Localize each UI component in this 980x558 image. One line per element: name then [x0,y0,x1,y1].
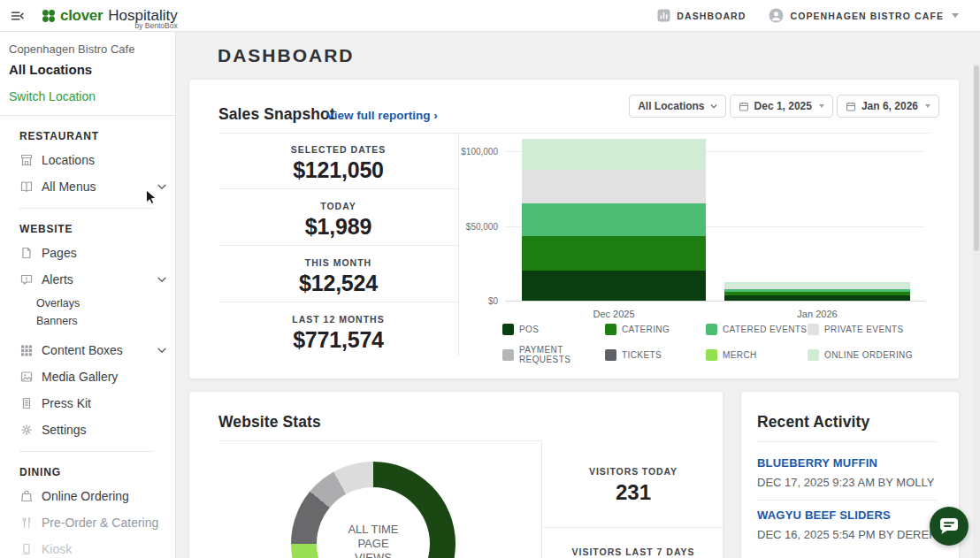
x-axis-label: Jan 2026 [724,309,910,319]
avatar-icon [769,8,784,23]
chevron-right-icon: › [433,109,438,122]
collapse-sidebar-button[interactable] [0,0,34,32]
divider [218,440,541,441]
legend-label: TICKETS [622,350,662,360]
chevron-down-icon[interactable] [157,348,166,354]
nav-dashboard-label: DASHBOARD [677,11,746,21]
stat-label: TODAY [218,201,458,211]
utensils-icon [19,516,34,530]
sidebar-item-online-ordering[interactable]: Online Ordering [0,483,175,509]
activity-item-link[interactable]: BLUEBERRY MUFFIN [757,456,937,470]
end-date-picker[interactable]: Jan 6, 2026 [837,95,939,118]
gear-icon [19,423,34,437]
sidebar-item-settings[interactable]: Settings [0,417,175,443]
legend-label: CATERING [622,325,670,334]
bar-segment-private-events [522,170,706,203]
view-full-reporting-link[interactable]: View full reporting › [326,109,438,122]
sidebar-scope-label: All Locations [9,62,166,77]
sidebar-item-locations[interactable]: Locations [0,147,175,173]
donut-hole: ALL TIME PAGE VIEWS [317,487,430,558]
stacked-bar-dec-2025 [522,139,706,301]
activity-item-meta: DEC 17, 2025 9:23 AM BY MOLLY [757,476,937,489]
scrollbar-track[interactable] [973,64,980,558]
legend-label: POS [519,325,539,334]
account-name: COPENHAGEN BISTRO CAFE [790,11,944,21]
y-axis-tick-label: $50,000 [448,222,498,232]
sidebar-subitem-overlays[interactable]: Overlays [0,294,175,312]
calendar-icon [846,101,856,112]
sidebar-item-label: Alerts [42,272,73,287]
stat-label: THIS MONTH [218,257,458,268]
sidebar-subitem-banners[interactable]: Banners [0,312,175,330]
sales-snapshot-title: Sales Snapshot [218,105,335,124]
legend-swatch [808,349,819,361]
website-stats-card: Website Stats ALL TIME PAGE VIEWS VISITO… [188,391,724,558]
stat-today: TODAY $1,989 [218,189,458,246]
legend-item-payment-requests: PAYMENT REQUESTS [502,345,605,364]
top-header: clover Hospitality by BentoBox DASHBOARD… [0,0,980,32]
sidebar-item-alerts[interactable]: Alerts [0,266,175,293]
sidebar-item-label: Media Gallery [42,370,118,384]
legend-label: MERCH [723,350,757,360]
sidebar-item-press-kit[interactable]: Press Kit [0,390,175,417]
recent-activity-list: BLUEBERRY MUFFIN DEC 17, 2025 9:23 AM BY… [757,448,937,552]
start-date-picker[interactable]: Dec 1, 2025 [730,95,833,118]
stat-last-12-months: LAST 12 MONTHS $771,574 [218,302,458,359]
online-ordering-bag-icon [19,489,34,503]
sidebar-item-label: Pre-Order & Catering [42,516,158,530]
brand-name: clover [60,7,103,25]
sidebar-item-pages[interactable]: Pages [0,240,175,266]
bar-segment-pos [724,295,910,301]
sidebar-section-dining: DINING [19,466,166,478]
account-menu[interactable]: COPENHAGEN BISTRO CAFE [769,8,959,23]
recent-activity-title: Recent Activity [757,413,869,432]
chevron-down-icon[interactable] [157,277,166,283]
sidebar-item-label: All Menus [42,180,96,194]
sidebar-location-name: Copenhagen Bistro Cafe [9,42,166,56]
y-axis-tick-label: $0 [448,296,498,306]
brand-logo[interactable]: clover Hospitality by BentoBox [41,0,178,32]
legend-item-tickets: TICKETS [605,345,706,364]
legend-label: ONLINE ORDERING [824,350,913,360]
sales-stats-column: SELECTED DATES $121,050TODAY $1,989THIS … [218,133,458,359]
switch-location-link[interactable]: Switch Location [9,89,166,103]
bar-segment-online-ordering [522,139,706,170]
sidebar-item-content-boxes[interactable]: Content Boxes [0,337,175,363]
scrollbar-thumb[interactable] [974,65,979,251]
chevron-down-icon[interactable] [157,184,166,190]
main-content: DASHBOARD Sales Snapshot View full repor… [176,32,980,558]
activity-item-link[interactable]: WAGYU BEEF SLIDERS [757,508,937,522]
stat-value: $12,524 [218,271,458,296]
content-grid-icon [19,343,34,357]
sidebar-item-label: Content Boxes [42,343,123,357]
activity-item-meta: DEC 16, 2025 5:54 PM BY DEREK [757,528,937,541]
sidebar-item-pre-order-catering[interactable]: Pre-Order & Catering [0,509,175,536]
legend-item-online-ordering: ONLINE ORDERING [808,345,958,364]
divider [458,133,459,355]
sidebar-item-label: Press Kit [42,396,91,410]
nav-dashboard[interactable]: DASHBOARD [657,9,746,22]
storefront-icon [19,153,34,167]
location-filter-dropdown[interactable]: All Locations [629,95,725,118]
stat-selected-dates: SELECTED DATES $121,050 [218,133,458,189]
end-date-value: Jan 6, 2026 [861,100,918,112]
website-stats-title: Website Stats [218,413,321,432]
page-title: DASHBOARD [218,45,355,66]
sidebar-divider [0,115,175,116]
dashboard-grid-icon [657,9,670,22]
sidebar-item-media-gallery[interactable]: Media Gallery [0,363,175,390]
activity-item: BLUEBERRY MUFFIN DEC 17, 2025 9:23 AM BY… [757,448,937,501]
sidebar-item-kiosk[interactable]: Kiosk [0,536,175,558]
start-date-value: Dec 1, 2025 [754,100,812,112]
visitors-today-label: VISITORS TODAY [542,466,724,477]
kiosk-phone-icon [19,542,34,556]
sidebar: Copenhagen Bistro Cafe All Locations Swi… [0,32,176,558]
donut-center-label: ALL TIME PAGE VIEWS [339,523,408,558]
stacked-bar-jan-2026 [724,282,910,301]
stat-value: $1,989 [218,214,458,240]
sidebar-item-all-menus[interactable]: All Menus [0,173,175,200]
stat-value: $121,050 [218,157,458,183]
sidebar-divider [19,208,153,209]
chat-fab-button[interactable] [930,507,969,546]
legend-item-merch: MERCH [706,345,808,364]
